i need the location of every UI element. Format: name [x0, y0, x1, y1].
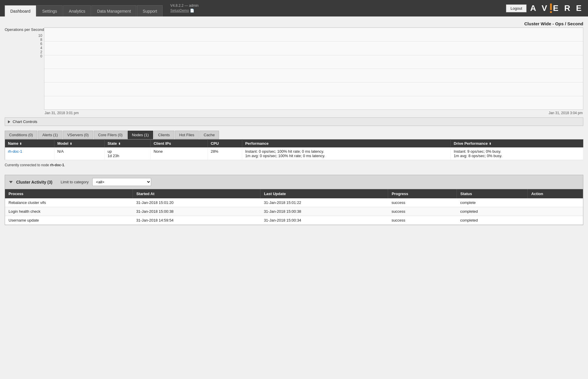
- activity-col-status: Status: [457, 189, 527, 198]
- limit-category-select[interactable]: <all>RebalanceLoginUsername: [92, 178, 151, 186]
- sort-icon: ⬍: [118, 142, 121, 145]
- nav-tab-settings[interactable]: Settings: [37, 5, 63, 16]
- y-axis-label: 2: [5, 50, 42, 54]
- nav-tab-dashboard[interactable]: Dashboard: [5, 5, 36, 16]
- activity-cell-started-at: 31-Jan-2018 15:00:38: [133, 207, 260, 216]
- logout-button[interactable]: Logout: [506, 4, 527, 12]
- list-item: Rebalance cluster vifs31-Jan-2018 15:01:…: [5, 198, 583, 207]
- activity-table: ProcessStarted AtLast UpdateProgressStat…: [5, 189, 583, 225]
- data-tab-vservers[interactable]: VServers (0): [63, 131, 93, 139]
- sort-icon: ⬍: [19, 142, 22, 145]
- node-name-cell: rh-doc-1: [5, 147, 54, 160]
- sort-icon: ⬍: [70, 142, 72, 145]
- data-tab-conditions[interactable]: Conditions (0): [5, 131, 37, 139]
- nav-tab-data-management[interactable]: Data Management: [91, 5, 136, 16]
- activity-cell-last-update: 31-Jan-2018 15:00:38: [260, 207, 388, 216]
- node-col-client-ips: Client IPs: [151, 139, 208, 148]
- activity-cell-progress: success: [388, 216, 457, 225]
- nav-tabs: DashboardSettingsAnalyticsData Managemen…: [5, 0, 163, 16]
- data-tab-hot-files[interactable]: Hot Files: [175, 131, 199, 139]
- y-axis-label: 10: [5, 34, 42, 38]
- sort-icon: ⬍: [489, 142, 491, 145]
- chart-gridline: [44, 41, 583, 41]
- activity-cell-action: [527, 207, 583, 216]
- activity-cell-process: Login health check: [5, 207, 133, 216]
- data-tab-clients[interactable]: Clients: [154, 131, 174, 139]
- activity-col-started-at: Started At: [133, 189, 260, 198]
- header: DashboardSettingsAnalyticsData Managemen…: [0, 0, 588, 16]
- y-axis-label: 8: [5, 38, 42, 42]
- activity-col-action: Action: [527, 189, 583, 198]
- activity-cell-process: Rebalance cluster vifs: [5, 198, 133, 207]
- activity-cell-status: complete: [457, 198, 527, 207]
- data-tab-alerts[interactable]: Alerts (1): [38, 131, 62, 139]
- nav-tab-analytics[interactable]: Analytics: [63, 5, 91, 16]
- list-item: Username update31-Jan-2018 14:59:5431-Ja…: [5, 216, 583, 225]
- activity-table-body: Rebalance cluster vifs31-Jan-2018 15:01:…: [5, 198, 583, 225]
- node-col-cpu: CPU: [208, 139, 242, 148]
- connected-note: Currently connected to node rh-doc-1.: [5, 161, 583, 169]
- activity-cell-started-at: 31-Jan-2018 15:01:20: [133, 198, 260, 207]
- activity-cell-last-update: 31-Jan-2018 15:00:34: [260, 216, 388, 225]
- activity-cell-progress: success: [388, 207, 457, 216]
- node-col-name[interactable]: Name⬍: [5, 139, 54, 148]
- node-model-cell: N/A: [54, 147, 104, 160]
- y-axis-label: 0: [5, 54, 42, 58]
- node-col-state[interactable]: State⬍: [104, 139, 151, 148]
- chart-section: Cluster Wide - Ops / Second Operations p…: [5, 21, 583, 126]
- node-table: Name⬍Model⬍State⬍Client IPsCPUPerformanc…: [5, 139, 583, 160]
- activity-cell-process: Username update: [5, 216, 133, 225]
- node-client-ips-cell: None: [151, 147, 208, 160]
- chart-controls[interactable]: Chart Controls: [5, 117, 583, 126]
- triangle-down-icon[interactable]: [9, 181, 13, 183]
- activity-col-progress: Progress: [388, 189, 457, 198]
- chart-controls-label: Chart Controls: [13, 119, 37, 124]
- y-axis-label: 4: [5, 46, 42, 50]
- chart-area: [44, 27, 583, 110]
- activity-table-header: ProcessStarted AtLast UpdateProgressStat…: [5, 189, 583, 198]
- setup-link[interactable]: SetupDemo: [170, 9, 189, 13]
- chart-gridline: [44, 55, 583, 55]
- activity-cell-status: completed: [457, 216, 527, 225]
- list-item: Login health check31-Jan-2018 15:00:3831…: [5, 207, 583, 216]
- node-col-model[interactable]: Model⬍: [54, 139, 104, 148]
- data-tab-nodes[interactable]: Nodes (1): [128, 131, 153, 139]
- activity-col-process: Process: [5, 189, 133, 198]
- triangle-right-icon: [8, 120, 10, 123]
- chart-gridline: [44, 109, 583, 110]
- node-state-cell: up1d 23h: [104, 147, 151, 160]
- activity-cell-started-at: 31-Jan-2018 14:59:54: [133, 216, 260, 225]
- activity-col-last-update: Last Update: [260, 189, 388, 198]
- activity-cell-action: [527, 198, 583, 207]
- node-col-performance: Performance: [242, 139, 450, 148]
- nav-tab-support[interactable]: Support: [137, 5, 163, 16]
- chart-gridline: [44, 96, 583, 96]
- cluster-activity: Cluster Activity (3) Limit to category <…: [5, 175, 583, 225]
- version-text: V4.8.2.2 --- admin: [170, 4, 198, 8]
- activity-cell-last-update: 31-Jan-2018 15:01:22: [260, 198, 388, 207]
- chart-gridline: [44, 69, 583, 69]
- chart-x-axis: Jan 31, 2018 3:01 pm Jan 31, 2018 3:04 p…: [44, 111, 583, 115]
- chart-area-wrapper: Jan 31, 2018 3:01 pm Jan 31, 2018 3:04 p…: [44, 27, 583, 115]
- chart-y-axis: 1086420: [5, 34, 44, 67]
- y-axis-label: 6: [5, 42, 42, 46]
- node-performance-cell: Instant: 0 ops/sec; 100% hit rate; 0 ms …: [242, 147, 450, 160]
- node-drive-perf-cell: Instant: 9 ops/sec; 0% busy.1m avg: 8 op…: [451, 147, 583, 160]
- node-name-link[interactable]: rh-doc-1: [8, 149, 22, 154]
- tabs-section: Conditions (0)Alerts (1)VServers (0)Core…: [5, 131, 583, 169]
- node-cpu-cell: 28%: [208, 147, 242, 160]
- chart-gridline: [44, 82, 583, 82]
- node-table-header-row: Name⬍Model⬍State⬍Client IPsCPUPerformanc…: [5, 139, 583, 148]
- cluster-activity-title: Cluster Activity (3): [16, 180, 52, 184]
- logo-bar-icon: [550, 4, 552, 13]
- limit-label: Limit to category: [61, 180, 88, 184]
- cluster-activity-header: Cluster Activity (3) Limit to category <…: [5, 175, 583, 189]
- node-col-drive-performance[interactable]: Drive Performance⬍: [451, 139, 583, 148]
- tab-bar: Conditions (0)Alerts (1)VServers (0)Core…: [5, 131, 583, 139]
- chart-gridline: [44, 28, 583, 28]
- data-tab-cache[interactable]: Cache: [199, 131, 219, 139]
- data-tab-core-filers[interactable]: Core Filers (0): [94, 131, 127, 139]
- chart-x-end: Jan 31, 2018 3:04 pm: [549, 111, 583, 115]
- activity-cell-status: completed: [457, 207, 527, 216]
- node-table-body: rh-doc-1N/Aup1d 23hNone28%Instant: 0 ops…: [5, 147, 583, 160]
